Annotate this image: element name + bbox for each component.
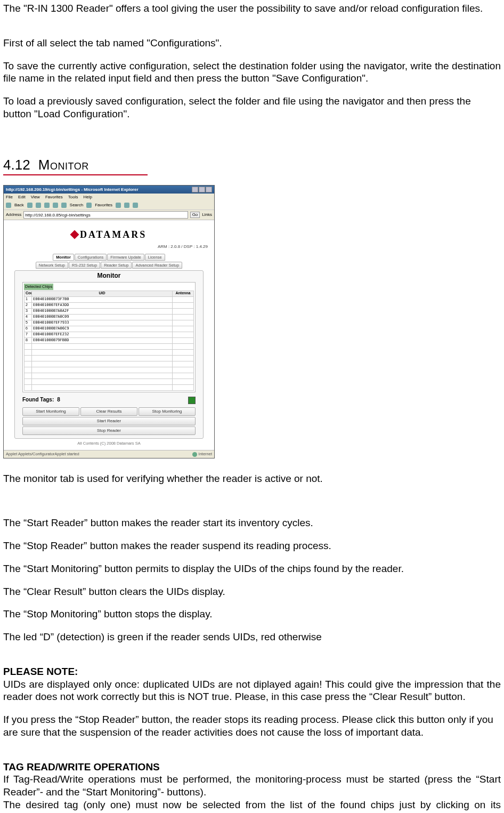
intro-paragraph-1: The "R-IN 1300 Reader" offers a tool giv… [3, 2, 501, 15]
browser-window: http://192.168.200.19/cgi-bin/settings -… [3, 185, 215, 458]
monitor-panel-title: Monitor [15, 271, 203, 281]
table-row[interactable] [25, 361, 194, 367]
col-antenna: Antenna [173, 291, 194, 296]
table-row[interactable] [25, 379, 194, 384]
mail-icon[interactable] [124, 203, 129, 208]
start-reader-button[interactable]: Start Reader [22, 417, 196, 425]
cell-antenna [173, 332, 194, 337]
table-row[interactable] [25, 343, 194, 349]
table-row[interactable]: 3E00401000B7A0A2F [25, 308, 194, 314]
tab-configurations[interactable]: Configurations [75, 254, 107, 261]
forward-icon[interactable] [27, 203, 32, 208]
tag-ops-paragraph-1: If Tag-Read/Write operations must be per… [3, 773, 501, 799]
table-row[interactable] [25, 355, 194, 361]
menu-file[interactable]: File [6, 195, 13, 200]
window-titlebar: http://192.168.200.19/cgi-bin/settings -… [4, 186, 214, 194]
stop-monitoring-button[interactable]: Stop Monitoring [139, 407, 196, 416]
print-icon[interactable] [133, 203, 138, 208]
col-uid: UID [32, 291, 173, 296]
table-row[interactable]: 7E004010007EFE232 [25, 332, 194, 337]
cell-uid: E00401000B7A06C9 [32, 326, 173, 332]
tab-reader-setup[interactable]: Reader Setup [101, 262, 132, 269]
menu-edit[interactable]: Edit [18, 195, 26, 200]
desc-line-4: The “Clear Result” button clears the UID… [3, 585, 501, 598]
back-button[interactable]: Back [14, 203, 24, 208]
table-row[interactable]: 2E004010007EFA3DD [25, 302, 194, 308]
col-count: Count [25, 291, 32, 296]
home-icon[interactable] [53, 203, 58, 208]
detected-chips-box: Detected Chips Count UID Antenna 1E00401… [22, 282, 196, 392]
menu-favorites[interactable]: Favorites [45, 195, 63, 200]
note-paragraph-1: UIDs are displayed only once: duplicated… [3, 678, 501, 704]
datamars-logo: DATAMARS [7, 229, 211, 241]
table-row[interactable]: 6E00401000B7A06C9 [25, 326, 194, 332]
monitor-panel: Monitor Detected Chips Count UID Antenna [14, 270, 204, 438]
links-label[interactable]: Links [202, 212, 212, 218]
maximize-icon[interactable] [199, 187, 205, 192]
history-icon[interactable] [116, 203, 121, 208]
address-input[interactable] [23, 211, 188, 219]
cell-uid: E004010007EFA3DD [32, 302, 173, 308]
detection-led-icon [188, 397, 196, 404]
address-bar: Address Go Links [4, 210, 214, 220]
logo-diamond-icon [70, 230, 79, 239]
go-button[interactable]: Go [190, 212, 200, 218]
section-title: Monitor [38, 157, 89, 173]
back-icon[interactable] [6, 203, 11, 208]
search-button[interactable]: Search [70, 203, 83, 208]
tag-ops-paragraph-2: The desired tag (only one) must now be s… [3, 799, 501, 813]
table-row[interactable]: 5E004010007EF7933 [25, 320, 194, 326]
tab-firmware-update[interactable]: Firmware Update [107, 254, 144, 261]
cell-antenna [173, 296, 194, 302]
detected-chips-label: Detected Chips [24, 284, 53, 289]
cell-count: 4 [25, 314, 32, 320]
cell-uid: E00401000B7A0C09 [32, 314, 173, 320]
table-row[interactable]: 4E00401000B7A0C09 [25, 314, 194, 320]
tab-advanced-reader-setup[interactable]: Advanced Reader Setup [132, 262, 182, 269]
refresh-icon[interactable] [44, 203, 50, 208]
cell-uid: E00401000B79FBBD [32, 337, 173, 343]
tab-network-setup[interactable]: Network Setup [36, 262, 68, 269]
cell-uid: E00401000B7A0A2F [32, 308, 173, 314]
cell-count: 2 [25, 302, 32, 308]
table-row[interactable] [25, 367, 194, 373]
monitoring-buttons-row: Start Monitoring Clear Results Stop Moni… [22, 407, 196, 416]
internet-zone-icon [192, 452, 197, 457]
favorites-button[interactable]: Favorites [95, 203, 112, 208]
tabs-row-2: Network Setup RS-232 Setup Reader Setup … [7, 262, 211, 269]
table-row[interactable] [25, 384, 194, 390]
stop-icon[interactable] [36, 203, 41, 208]
desc-line-5: The “Stop Monitoring” button stops the d… [3, 608, 501, 621]
cell-count: 3 [25, 308, 32, 314]
cell-count: 1 [25, 296, 32, 302]
table-row[interactable] [25, 349, 194, 355]
cell-antenna [173, 326, 194, 332]
table-header-row: Count UID Antenna [25, 291, 194, 296]
firmware-version: ARM : 2.0.8 / DSP : 1.4.29 [7, 242, 211, 253]
cell-antenna [173, 314, 194, 320]
menu-view[interactable]: View [31, 195, 40, 200]
table-row[interactable]: 1E00401000B73F7B0 [25, 296, 194, 302]
cell-uid: E004010007EF7933 [32, 320, 173, 326]
search-icon[interactable] [61, 203, 67, 208]
tab-license[interactable]: License [145, 254, 165, 261]
table-row[interactable]: 8E00401000B79FBBD [25, 337, 194, 343]
start-monitoring-button[interactable]: Start Monitoring [22, 407, 79, 416]
cell-antenna [173, 308, 194, 314]
tabs-row-1: Monitor Configurations Firmware Update L… [7, 254, 211, 261]
favorites-icon[interactable] [86, 203, 92, 208]
section-number: 4.12 [3, 157, 30, 173]
chips-table[interactable]: Count UID Antenna 1E00401000B73F7B02E004… [24, 291, 194, 391]
stop-reader-button[interactable]: Stop Reader [22, 426, 196, 435]
minimize-icon[interactable] [192, 187, 198, 192]
cell-antenna [173, 337, 194, 343]
menu-tools[interactable]: Tools [68, 195, 78, 200]
close-icon[interactable] [206, 187, 212, 192]
clear-results-button[interactable]: Clear Results [80, 407, 137, 416]
table-row[interactable] [25, 373, 194, 379]
menu-help[interactable]: Help [83, 195, 92, 200]
cell-antenna [173, 302, 194, 308]
tab-rs232-setup[interactable]: RS-232 Setup [69, 262, 100, 269]
logo-text: DATAMARS [80, 229, 147, 240]
tab-monitor[interactable]: Monitor [53, 254, 74, 261]
